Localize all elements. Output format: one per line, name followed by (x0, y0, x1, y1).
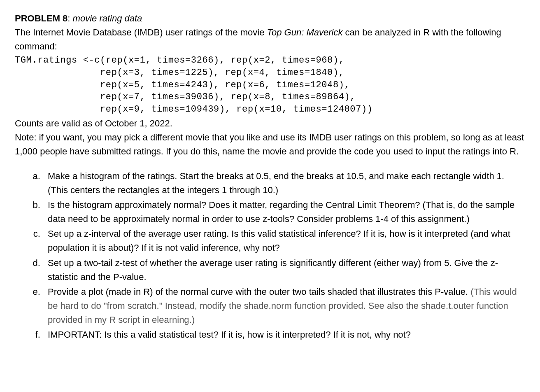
question-f: IMPORTANT: Is this a valid statistical t… (43, 328, 525, 342)
question-e: Provide a plot (made in R) of the normal… (43, 285, 525, 327)
intro-before: The Internet Movie Database (IMDB) user … (15, 27, 267, 37)
intro-movie: Top Gun: Maverick (267, 27, 343, 37)
question-f-text: IMPORTANT: Is this a valid statistical t… (48, 329, 411, 340)
question-d: Set up a two-tail z-test of whether the … (43, 256, 525, 284)
question-b: Is the histogram approximately normal? D… (43, 198, 525, 226)
r-code-block: TGM.ratings <-c(rep(x=1, times=3266), re… (15, 54, 525, 115)
problem-header: PROBLEM 8: movie rating data (15, 12, 525, 26)
question-d-text: Set up a two-tail z-test of whether the … (48, 258, 498, 282)
alternate-movie-note: Note: if you want, you may pick a differ… (15, 131, 525, 159)
question-b-text: Is the histogram approximately normal? D… (48, 200, 514, 224)
question-e-main: Provide a plot (made in R) of the normal… (48, 287, 470, 297)
problem-subtitle: movie rating data (73, 13, 142, 23)
question-list: Make a histogram of the ratings. Start t… (15, 169, 525, 342)
question-c: Set up a z-interval of the average user … (43, 227, 525, 255)
intro-paragraph: The Internet Movie Database (IMDB) user … (15, 26, 525, 54)
header-sep: : (68, 13, 72, 23)
problem-label: PROBLEM 8 (15, 13, 68, 23)
question-c-text: Set up a z-interval of the average user … (48, 229, 510, 253)
counts-validity: Counts are valid as of October 1, 2022. (15, 117, 525, 131)
question-a: Make a histogram of the ratings. Start t… (43, 169, 525, 197)
question-a-text: Make a histogram of the ratings. Start t… (48, 171, 504, 195)
